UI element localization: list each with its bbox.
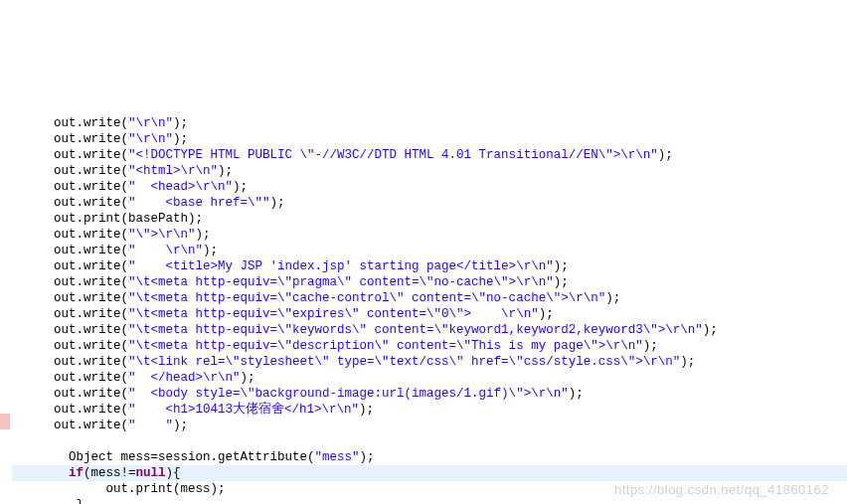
code-line[interactable]: } bbox=[12, 497, 847, 504]
code-line[interactable]: out.write("\t<meta http-equiv=\"cache-co… bbox=[12, 290, 847, 306]
code-line[interactable]: out.write(" <body style=\"background-ima… bbox=[12, 386, 847, 402]
code-line[interactable]: Object mess=session.getAttribute("mess")… bbox=[12, 449, 847, 465]
code-line[interactable]: out.write("\t<meta http-equiv=\"pragma\"… bbox=[12, 274, 847, 290]
code-line[interactable]: out.write("\t<link rel=\"stylesheet\" ty… bbox=[12, 354, 847, 370]
code-body: out.write("\r\n");out.write("\r\n");out.… bbox=[12, 115, 847, 504]
code-line[interactable]: out.write(" </head>\r\n"); bbox=[12, 370, 847, 386]
code-editor[interactable]: out.write("\r\n");out.write("\r\n");out.… bbox=[0, 64, 847, 504]
code-line[interactable]: out.write(" <head>\r\n"); bbox=[12, 179, 847, 195]
code-line[interactable]: out.write("\">\r\n"); bbox=[12, 227, 847, 243]
code-line[interactable]: out.write(" "); bbox=[12, 418, 847, 433]
code-line[interactable]: out.print(basePath); bbox=[12, 211, 847, 227]
gutter bbox=[0, 64, 10, 504]
code-line[interactable]: out.write("\r\n"); bbox=[12, 115, 847, 131]
code-line[interactable]: out.write("<html>\r\n"); bbox=[12, 163, 847, 179]
code-line[interactable]: out.write(" <title>My JSP 'index.jsp' st… bbox=[12, 258, 847, 274]
code-line[interactable]: out.write("\r\n"); bbox=[12, 131, 847, 147]
code-line[interactable]: out.write("\t<meta http-equiv=\"descript… bbox=[12, 338, 847, 354]
code-line[interactable]: out.write("<!DOCTYPE HTML PUBLIC \"-//W3… bbox=[12, 147, 847, 163]
breakpoint-marker[interactable] bbox=[0, 414, 10, 429]
watermark: https://blog.csdn.net/qq_41860162 bbox=[614, 482, 829, 498]
code-line[interactable] bbox=[12, 433, 847, 449]
code-line[interactable]: out.write("\t<meta http-equiv=\"expires\… bbox=[12, 306, 847, 322]
code-line[interactable]: out.write(" <base href=\""); bbox=[12, 195, 847, 211]
code-line[interactable]: out.write("\t<meta http-equiv=\"keywords… bbox=[12, 322, 847, 338]
code-line[interactable]: if(mess!=null){ bbox=[12, 465, 847, 481]
code-line[interactable]: out.write(" \r\n"); bbox=[12, 243, 847, 258]
code-line[interactable]: out.write(" <h1>10413大佬宿舍</h1>\r\n"); bbox=[12, 402, 847, 418]
